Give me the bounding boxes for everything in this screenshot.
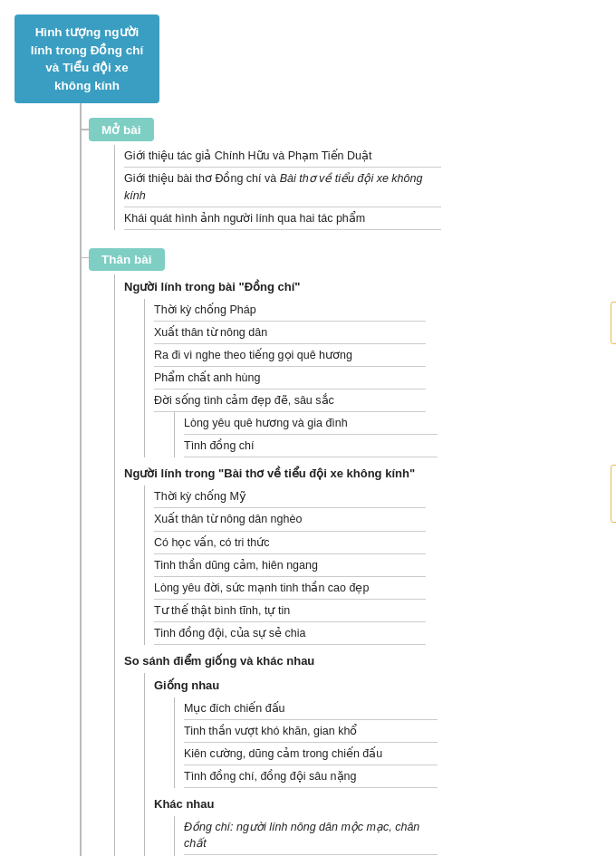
sub3-block: So sánh điểm giống và khác nhau Giống nh…: [124, 649, 602, 856]
sub1-item-3: Phẩm chất anh hùng: [154, 367, 426, 390]
sub2-item-3: Tinh thần dũng cảm, hiên ngang: [154, 554, 426, 577]
giong-nhau-item-0: Mục đích chiến đấu: [184, 697, 438, 720]
than-bai-label: Thân bài: [89, 248, 165, 271]
giong-nhau-item-3: Tình đồng chí, đồng đội sâu nặng: [184, 765, 438, 788]
mo-bai-item-3: Khái quát hình ảnh người lính qua hai tá…: [124, 207, 441, 230]
sub1-item-4: Đời sống tình cảm đẹp đẽ, sâu sắc: [154, 390, 426, 412]
mo-bai-item-1: Giới thiệu tác giả Chính Hữu và Phạm Tiế…: [124, 145, 441, 168]
sub2-item-1: Xuất thân từ nông dân nghèo: [154, 508, 426, 531]
sub1-block: Người lính trong bài "Đồng chí" Thời kỳ …: [124, 274, 602, 458]
giong-nhau-item-1: Tinh thần vượt khó khăn, gian khổ: [184, 720, 438, 743]
khac-nhau-label: Khác nhau: [154, 792, 426, 816]
khac-nhau-item-0: Đồng chí: người lính nông dân mộc mạc, c…: [184, 816, 438, 855]
sub3-label: So sánh điểm giống và khác nhau: [124, 649, 441, 673]
sub2-item-0: Thời kỳ chống Mỹ: [154, 486, 426, 508]
giong-nhau-block: Giống nhau Mục đích chiến đấu Tinh thần …: [154, 673, 602, 788]
sub2-block: Người lính trong "Bài thơ về tiểu đội xe…: [124, 461, 602, 645]
side-note-1: Hình ảnh người lính chân thực, mộc mạc: [611, 302, 616, 345]
khac-nhau-block: Khác nhau Đồng chí: người lính nông dân …: [154, 792, 602, 856]
section-than-bai: Thân bài Hình ảnh người lính chân thực, …: [80, 236, 602, 856]
section-mo-bai: Mở bài Giới thiệu tác giả Chính Hữu và P…: [80, 103, 602, 230]
mo-bai-item-2: Giới thiệu bài thơ Đồng chí và Bài thơ v…: [124, 168, 441, 207]
side-note-2: Những người lính trẻ, có học vấn, tri th…: [611, 465, 616, 523]
mind-map: Hình tượng người lính trong Đồng chí và …: [14, 14, 602, 856]
sub2-item-5: Tư thế thật bình tĩnh, tự tin: [154, 600, 426, 622]
sub1-sub-item-1: Tình đồng chí: [184, 435, 438, 457]
sub2-label: Người lính trong "Bài thơ về tiểu đội xe…: [124, 461, 441, 486]
sub1-label: Người lính trong bài "Đồng chí": [124, 274, 441, 299]
giong-nhau-label: Giống nhau: [154, 673, 426, 697]
sub1-sub-item-0: Lòng yêu quê hương và gia đình: [184, 412, 438, 435]
sub2-item-6: Tinh đồng đội, của sự sẻ chia: [154, 622, 426, 645]
sub2-item-2: Có học vấn, có tri thức: [154, 532, 426, 554]
sub1-item-0: Thời kỳ chống Pháp: [154, 299, 426, 322]
sub1-item-1: Xuất thân từ nông dân: [154, 322, 426, 344]
sub2-item-4: Lòng yêu đời, sức mạnh tinh thần cao đẹp: [154, 577, 426, 600]
sub1-item-2: Ra đi vì nghe theo tiếng gọi quê hương: [154, 344, 426, 367]
mo-bai-label: Mở bài: [89, 118, 154, 141]
root-title: Hình tượng người lính trong Đồng chí và …: [14, 14, 159, 103]
giong-nhau-item-2: Kiên cường, dũng cảm trong chiến đấu: [184, 743, 438, 765]
